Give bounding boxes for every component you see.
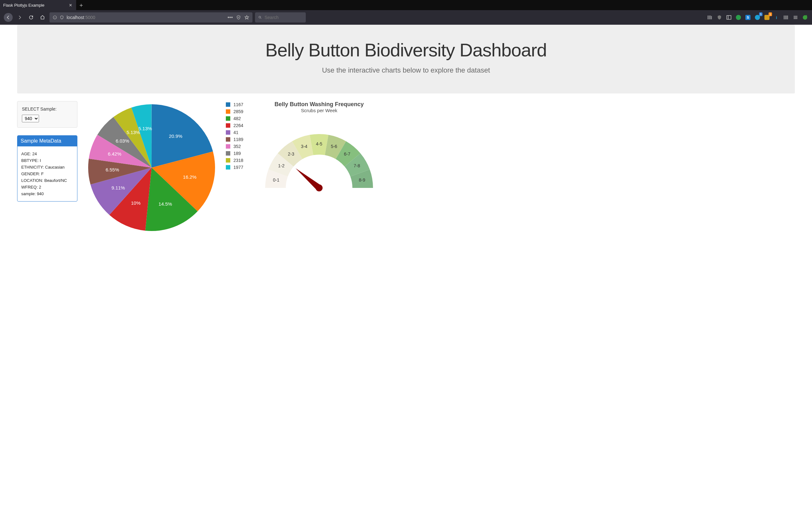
menu-icon[interactable] (792, 14, 799, 20)
legend-label: 1167 (234, 101, 243, 108)
metadata-row: WFREQ: 2 (21, 185, 73, 189)
legend-swatch (226, 123, 230, 128)
page-title: Belly Button Biodiversity Dashboard (23, 40, 789, 60)
metadata-row: LOCATION: Beaufort/NC (21, 178, 73, 183)
pie-slice-label: 6.55% (106, 167, 119, 172)
url-actions: ••• (227, 14, 249, 20)
legend-swatch (226, 151, 230, 156)
legend-label: 482 (234, 115, 241, 122)
metadata-card: Sample MetaData AGE: 24BBTYPE: IETHNICIT… (17, 135, 78, 202)
legend-item[interactable]: 41 (226, 129, 243, 136)
legend-item[interactable]: 2859 (226, 108, 243, 115)
bookmark-star-icon[interactable] (244, 15, 249, 20)
reload-icon (29, 15, 34, 20)
forward-button[interactable] (15, 13, 24, 22)
legend-item[interactable]: 482 (226, 115, 243, 122)
sample-selector-label: SELECT Sample: (22, 107, 72, 112)
svg-point-3 (259, 16, 261, 18)
legend-swatch (226, 130, 230, 135)
gauge-segment-label: 2-3 (288, 152, 294, 157)
browser-tab[interactable]: Flask Plotlyjs Example ✕ (0, 0, 76, 10)
ext-info-icon[interactable]: i (773, 14, 780, 20)
pie-slice-label: 5.13% (126, 130, 140, 135)
legend-item[interactable]: 2318 (226, 157, 243, 164)
reload-button[interactable] (27, 13, 36, 22)
close-tab-icon[interactable]: ✕ (68, 3, 73, 8)
library-icon[interactable] (707, 14, 713, 20)
legend-swatch (226, 137, 230, 142)
url-text: localhost:5000 (67, 15, 225, 20)
sample-select[interactable]: 940 (22, 115, 39, 122)
pie-slice-label: 5.13% (139, 126, 152, 131)
gauge-segment-label: 5-6 (331, 144, 337, 149)
pie-chart[interactable]: 20.9%16.2%14.5%10%9.11%6.55%6.42%6.03%5.… (85, 101, 218, 234)
legend-label: 2264 (234, 122, 243, 129)
legend-label: 2318 (234, 157, 243, 164)
ublock-icon[interactable] (716, 14, 722, 20)
gauge-segment-label: 1-2 (278, 163, 285, 168)
gauge-title: Belly Button Washing Frequency (251, 101, 387, 108)
more-icon[interactable]: ••• (227, 14, 233, 20)
search-input[interactable] (264, 15, 303, 20)
pie-slice-label: 6.42% (108, 151, 121, 157)
legend-label: 2859 (234, 108, 243, 115)
legend-item[interactable]: 352 (226, 143, 243, 150)
ext-s-icon[interactable]: S (745, 14, 751, 20)
pie-slice-label: 9.11% (111, 185, 125, 190)
metadata-row: ETHNICITY: Caucasian (21, 165, 73, 170)
legend-label: 352 (234, 143, 241, 150)
ext-sync-icon[interactable]: ▲ (802, 14, 808, 20)
svg-rect-5 (727, 15, 731, 19)
gauge-segment-label: 3-4 (301, 144, 307, 149)
new-tab-button[interactable]: ＋ (76, 0, 86, 10)
gauge-subtitle: Scrubs per Week (251, 108, 387, 113)
arrow-left-icon (6, 15, 11, 20)
url-bar[interactable]: localhost:5000 ••• (49, 12, 252, 22)
url-host: localhost (67, 15, 84, 20)
legend-item[interactable]: 2264 (226, 122, 243, 129)
tab-strip: Flask Plotlyjs Example ✕ ＋ (0, 0, 812, 10)
url-port: :5000 (84, 15, 95, 20)
gauge-chart[interactable]: 0-11-22-33-44-55-66-77-88-9 (256, 115, 383, 210)
gauge-hub (316, 184, 322, 191)
gauge-segment-label: 7-8 (354, 163, 360, 168)
gauge-segment-label: 4-5 (316, 141, 322, 147)
nav-bar: localhost:5000 ••• S 5 1 i ▲ (0, 10, 812, 25)
metadata-row: AGE: 24 (21, 152, 73, 156)
search-bar[interactable] (255, 12, 306, 22)
ext-green-icon[interactable] (735, 14, 742, 20)
home-button[interactable] (38, 13, 47, 22)
gauge-segment-label: 8-9 (359, 177, 365, 182)
back-button[interactable] (4, 13, 13, 22)
metadata-row: BBTYPE: I (21, 158, 73, 163)
page-subtitle: Use the interactive charts below to expl… (23, 66, 789, 74)
pie-slice-label: 14.5% (159, 201, 172, 207)
legend-swatch (226, 102, 230, 107)
pie-slice-label: 6.03% (116, 138, 130, 144)
ext-globe-icon[interactable]: 5 (754, 14, 761, 20)
shield-icon (60, 15, 64, 20)
gauge-segment-label: 0-1 (273, 177, 280, 182)
gauge-chart-wrap: Belly Button Washing Frequency Scrubs pe… (251, 101, 387, 211)
legend-item[interactable]: 1167 (226, 101, 243, 108)
jumbotron: Belly Button Biodiversity Dashboard Use … (17, 25, 795, 94)
reader-icon[interactable] (236, 15, 241, 20)
ext-grid-icon[interactable] (783, 14, 789, 20)
pie-slice-label: 10% (131, 200, 141, 206)
ext-tool-icon[interactable]: 1 (764, 14, 770, 20)
legend-label: 1189 (234, 136, 243, 143)
badge-orange: 1 (768, 12, 772, 16)
metadata-header: Sample MetaData (17, 135, 77, 147)
badge-blue: 5 (759, 12, 763, 16)
pie-legend: 11672859482226441118935218923181977 (226, 101, 243, 171)
legend-swatch (226, 116, 230, 121)
legend-item[interactable]: 189 (226, 150, 243, 157)
sidebar-icon[interactable] (726, 14, 732, 20)
content-row: SELECT Sample: 940 Sample MetaData AGE: … (17, 101, 795, 234)
legend-label: 1977 (234, 164, 243, 171)
metadata-row: sample: 940 (21, 191, 73, 196)
home-icon (40, 15, 45, 20)
legend-item[interactable]: 1977 (226, 164, 243, 171)
metadata-row: GENDER: F (21, 171, 73, 176)
legend-item[interactable]: 1189 (226, 136, 243, 143)
